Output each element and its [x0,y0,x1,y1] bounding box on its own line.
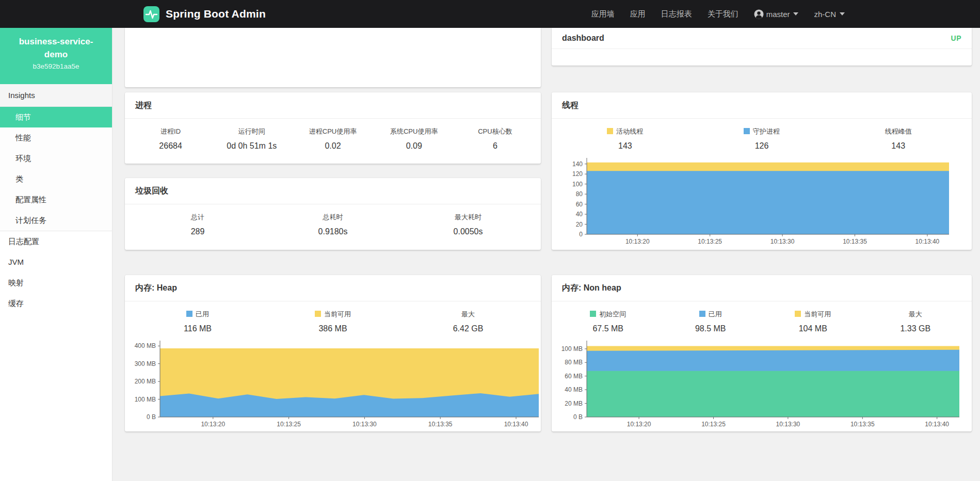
series-swatch [590,311,596,317]
svg-text:80: 80 [576,190,583,198]
nav-wallboard[interactable]: 应用墙 [591,9,615,19]
instance-row[interactable]: dashboard UP [552,28,972,49]
navbar-links: 应用墙 应用 日志报表 关于我们 master zh-CN [591,9,845,19]
nav-applications[interactable]: 应用 [630,9,646,19]
locale-menu[interactable]: zh-CN [814,10,845,19]
threads-chart: 02040608010012014010:13:2010:13:2510:13:… [552,154,972,247]
svg-text:10:13:40: 10:13:40 [504,421,528,428]
series-swatch [795,311,801,317]
svg-text:10:13:20: 10:13:20 [627,421,651,428]
sidebar-item-config-properties[interactable]: 配置属性 [0,189,112,210]
scrolled-card-bottom [125,28,541,87]
nonheap-card-title: 内存: Non heap [552,275,972,301]
stat-process-cpu: 进程CPU使用率 0.02 [292,127,373,151]
svg-text:60: 60 [576,201,583,208]
svg-text:10:13:30: 10:13:30 [770,238,795,245]
instance-id: b3e592b1aa5e [15,62,97,70]
nav-journal[interactable]: 日志报表 [661,9,692,19]
sidebar-item-performance[interactable]: 性能 [0,127,112,148]
svg-text:10:13:20: 10:13:20 [625,238,650,245]
svg-text:40: 40 [576,211,583,218]
svg-text:100: 100 [572,181,583,188]
svg-text:400 MB: 400 MB [135,342,156,349]
svg-text:0: 0 [579,231,583,238]
svg-text:140: 140 [572,161,583,168]
svg-text:10:13:35: 10:13:35 [843,238,867,245]
svg-text:20: 20 [576,221,583,228]
stat-gc-count: 总计 289 [130,213,265,236]
instance-header: business-service-demo b3e592b1aa5e [0,28,112,84]
svg-text:120: 120 [572,170,583,178]
sidebar-item-jvm[interactable]: JVM [0,252,112,272]
gc-card: 垃圾回收 总计 289 总耗时 0.9180s 最大耗时 0.0050s [125,178,541,250]
threads-legend: 活动线程 143 守护进程 126 线程峰值 143 [552,119,972,151]
sidebar-item-environment[interactable]: 环境 [0,148,112,169]
instance-name: business-service-demo [15,36,97,61]
stat-gc-max-time: 最大耗时 0.0050s [400,213,536,236]
svg-text:10:13:35: 10:13:35 [428,421,453,428]
nav-about[interactable]: 关于我们 [708,9,738,19]
locale-menu-label: zh-CN [814,10,836,19]
sidebar-item-scheduled-tasks[interactable]: 计划任务 [0,210,112,231]
sidebar-item-classes[interactable]: 类 [0,169,112,189]
series-swatch [744,128,750,134]
main-content: 进程 进程ID 26684 运行时间 0d 0h 51m 1s 进程CPU使用率… [113,28,980,481]
sidebar-section-insights: Insights [0,84,112,107]
user-avatar-icon [754,9,764,19]
memory-nonheap-card: 内存: Non heap 初始空间 67.5 MB 已用 98.5 MB 当前可… [552,275,972,431]
stat-cpu-cores: CPU核心数 6 [455,127,536,151]
sidebar: business-service-demo b3e592b1aa5e Insig… [0,28,113,481]
series-swatch [607,128,613,134]
series-swatch [699,311,705,317]
legend-nonheap-max: 最大 1.33 GB [864,310,967,333]
stat-pid: 进程ID 26684 [130,127,211,151]
nonheap-legend: 初始空间 67.5 MB 已用 98.5 MB 当前可用 104 MB 最大 1… [552,301,972,333]
stat-uptime: 运行时间 0d 0h 51m 1s [211,127,292,151]
app-title: Spring Boot Admin [166,8,266,20]
svg-text:20 MB: 20 MB [565,400,583,407]
series-swatch [315,311,321,317]
stat-gc-total-time: 总耗时 0.9180s [265,213,400,236]
user-menu[interactable]: master [754,9,799,19]
nonheap-chart: 0 B20 MB40 MB60 MB80 MB100 MB10:13:2010:… [552,336,972,429]
svg-text:80 MB: 80 MB [565,359,583,366]
heap-legend: 已用 116 MB 当前可用 386 MB 最大 6.42 GB [125,301,541,333]
process-stats: 进程ID 26684 运行时间 0d 0h 51m 1s 进程CPU使用率 0.… [125,119,541,151]
svg-text:300 MB: 300 MB [135,360,156,367]
legend-peak-threads: 线程峰值 143 [830,127,967,151]
status-badge: UP [951,34,961,42]
sidebar-item-caches[interactable]: 缓存 [0,293,112,314]
memory-heap-card: 内存: Heap 已用 116 MB 当前可用 386 MB 最大 6.42 G… [125,275,541,431]
svg-text:10:13:25: 10:13:25 [698,238,722,245]
threads-card-title: 线程 [552,92,972,119]
svg-text:10:13:40: 10:13:40 [915,238,940,245]
svg-text:0 B: 0 B [147,413,156,421]
svg-text:0 B: 0 B [573,413,583,421]
heap-card-title: 内存: Heap [125,275,541,301]
legend-nonheap-used: 已用 98.5 MB [660,310,762,333]
gc-stats: 总计 289 总耗时 0.9180s 最大耗时 0.0050s [125,204,541,236]
top-navbar: Spring Boot Admin 应用墙 应用 日志报表 关于我们 maste… [0,0,980,28]
sidebar-item-loggers[interactable]: 日志配置 [0,231,112,252]
svg-text:10:13:35: 10:13:35 [850,421,875,428]
instance-app-name: dashboard [562,34,604,43]
series-swatch [186,311,192,317]
app-brand[interactable]: Spring Boot Admin [143,6,266,22]
svg-text:200 MB: 200 MB [135,378,156,385]
process-card: 进程 进程ID 26684 运行时间 0d 0h 51m 1s 进程CPU使用率… [125,92,541,164]
svg-text:10:13:20: 10:13:20 [201,421,225,428]
gc-card-title: 垃圾回收 [125,178,541,204]
svg-text:40 MB: 40 MB [565,386,583,393]
svg-text:10:13:30: 10:13:30 [776,421,800,428]
legend-heap-used: 已用 116 MB [130,310,265,333]
chevron-down-icon [840,12,845,15]
sidebar-item-mappings[interactable]: 映射 [0,272,112,293]
stat-system-cpu: 系统CPU使用率 0.09 [374,127,455,151]
legend-daemon-threads: 守护进程 126 [694,127,830,151]
legend-nonheap-initial: 初始空间 67.5 MB [557,310,660,333]
process-card-title: 进程 [125,92,541,119]
svg-text:10:13:40: 10:13:40 [925,421,949,428]
svg-text:10:13:25: 10:13:25 [277,421,301,428]
svg-text:10:13:25: 10:13:25 [701,421,726,428]
sidebar-item-details[interactable]: 细节 [0,107,112,127]
